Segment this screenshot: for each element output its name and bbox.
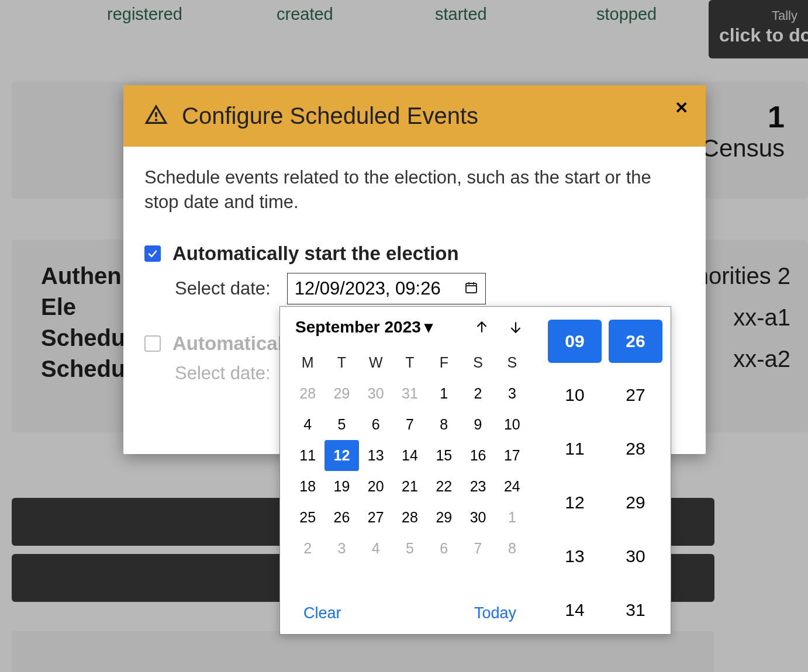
calendar-day[interactable]: 27 xyxy=(359,502,393,533)
next-month-button[interactable] xyxy=(507,318,524,336)
svg-rect-2 xyxy=(466,283,476,293)
hour-option[interactable]: 10 xyxy=(548,373,602,417)
month-selector[interactable]: September 2023 ▾ xyxy=(295,317,433,337)
calendar-grid: MTWTFSS282930311234567891011121314151617… xyxy=(291,349,529,564)
dow-header: W xyxy=(359,349,393,378)
calendar-day[interactable]: 7 xyxy=(461,533,495,564)
start-date-value: 12/09/2023, 09:26 xyxy=(295,278,441,299)
calendar-day[interactable]: 6 xyxy=(427,533,461,564)
calendar-day[interactable]: 26 xyxy=(324,502,358,533)
hour-option[interactable]: 12 xyxy=(548,481,602,524)
calendar-day[interactable]: 7 xyxy=(393,409,427,440)
calendar-day[interactable]: 20 xyxy=(359,471,393,502)
start-date-row: Select date: 12/09/2023, 09:26 xyxy=(175,273,685,304)
time-pane: 09101112131415 26272829303132 xyxy=(540,307,671,634)
auto-stop-checkbox[interactable] xyxy=(144,335,161,352)
calendar-day[interactable]: 16 xyxy=(461,440,495,471)
select-date-label: Select date: xyxy=(175,363,271,384)
close-icon[interactable]: ✕ xyxy=(675,98,688,117)
calendar-day[interactable]: 19 xyxy=(324,471,358,502)
auto-start-row: Automatically start the election xyxy=(144,243,685,265)
svg-point-1 xyxy=(155,119,157,121)
auto-start-checkbox[interactable] xyxy=(144,245,161,262)
calendar-day[interactable]: 2 xyxy=(291,533,324,564)
calendar-day[interactable]: 6 xyxy=(359,409,393,440)
dow-header: T xyxy=(324,349,358,378)
minute-column: 26272829303132 xyxy=(609,320,662,621)
calendar-day[interactable]: 9 xyxy=(461,409,495,440)
calendar-day[interactable]: 23 xyxy=(461,471,495,502)
calendar-day[interactable]: 13 xyxy=(359,440,393,471)
calendar-day[interactable]: 31 xyxy=(393,378,427,409)
calendar-day[interactable]: 24 xyxy=(495,471,529,502)
calendar-day[interactable]: 1 xyxy=(427,378,461,409)
caret-down-icon: ▾ xyxy=(424,317,433,337)
calendar-day[interactable]: 18 xyxy=(291,471,324,502)
modal-header: Configure Scheduled Events ✕ xyxy=(123,85,706,147)
calendar-day[interactable]: 30 xyxy=(359,378,393,409)
dow-header: S xyxy=(495,349,529,378)
clear-button[interactable]: Clear xyxy=(303,604,341,622)
calendar-day[interactable]: 3 xyxy=(324,533,358,564)
calendar-day[interactable]: 14 xyxy=(393,440,427,471)
dow-header: M xyxy=(291,349,324,378)
hour-column: 09101112131415 xyxy=(548,320,602,621)
calendar-day[interactable]: 4 xyxy=(359,533,393,564)
calendar-day[interactable]: 28 xyxy=(291,378,324,409)
calendar-day[interactable]: 15 xyxy=(427,440,461,471)
calendar-day[interactable]: 17 xyxy=(495,440,529,471)
calendar-day[interactable]: 2 xyxy=(461,378,495,409)
minute-option[interactable]: 30 xyxy=(609,535,662,578)
dow-header: S xyxy=(461,349,495,378)
calendar-day[interactable]: 29 xyxy=(427,502,461,533)
calendar-day[interactable]: 11 xyxy=(291,440,324,471)
today-button[interactable]: Today xyxy=(474,604,516,622)
calendar-day[interactable]: 5 xyxy=(393,533,427,564)
calendar-day[interactable]: 5 xyxy=(324,409,358,440)
minute-option[interactable]: 27 xyxy=(609,373,662,417)
hour-option[interactable]: 13 xyxy=(548,535,602,578)
auto-start-label: Automatically start the election xyxy=(172,243,459,265)
modal-title: Configure Scheduled Events xyxy=(182,103,478,129)
calendar-day[interactable]: 10 xyxy=(495,409,529,440)
start-date-input[interactable]: 12/09/2023, 09:26 xyxy=(287,273,486,304)
calendar-day[interactable]: 3 xyxy=(495,378,529,409)
calendar-day[interactable]: 21 xyxy=(393,471,427,502)
calendar-day[interactable]: 8 xyxy=(427,409,461,440)
dow-header: F xyxy=(427,349,461,378)
hour-option[interactable]: 11 xyxy=(548,427,602,470)
minute-option[interactable]: 26 xyxy=(609,320,662,363)
calendar-day[interactable]: 29 xyxy=(324,378,358,409)
calendar-day[interactable]: 25 xyxy=(291,502,324,533)
select-date-label: Select date: xyxy=(175,278,271,299)
dow-header: T xyxy=(393,349,427,378)
minute-option[interactable]: 28 xyxy=(609,427,662,470)
warning-icon xyxy=(144,103,168,129)
calendar-pane: September 2023 ▾ MTWTFSS2829303112345678… xyxy=(280,307,540,634)
calendar-day[interactable]: 28 xyxy=(393,502,427,533)
calendar-day[interactable]: 8 xyxy=(495,533,529,564)
date-time-picker: September 2023 ▾ MTWTFSS2829303112345678… xyxy=(279,306,671,635)
minute-option[interactable]: 29 xyxy=(609,481,662,524)
calendar-day[interactable]: 1 xyxy=(495,502,529,533)
calendar-day[interactable]: 30 xyxy=(461,502,495,533)
calendar-day[interactable]: 4 xyxy=(291,409,324,440)
modal-description: Schedule events related to the election,… xyxy=(144,165,685,214)
hour-option[interactable]: 09 xyxy=(548,320,602,363)
calendar-day[interactable]: 22 xyxy=(427,471,461,502)
calendar-day[interactable]: 12 xyxy=(324,440,358,471)
hour-option[interactable]: 14 xyxy=(548,588,602,632)
calendar-icon xyxy=(464,278,478,299)
minute-option[interactable]: 31 xyxy=(609,588,662,632)
prev-month-button[interactable] xyxy=(473,318,491,336)
month-label: September 2023 xyxy=(295,318,421,337)
